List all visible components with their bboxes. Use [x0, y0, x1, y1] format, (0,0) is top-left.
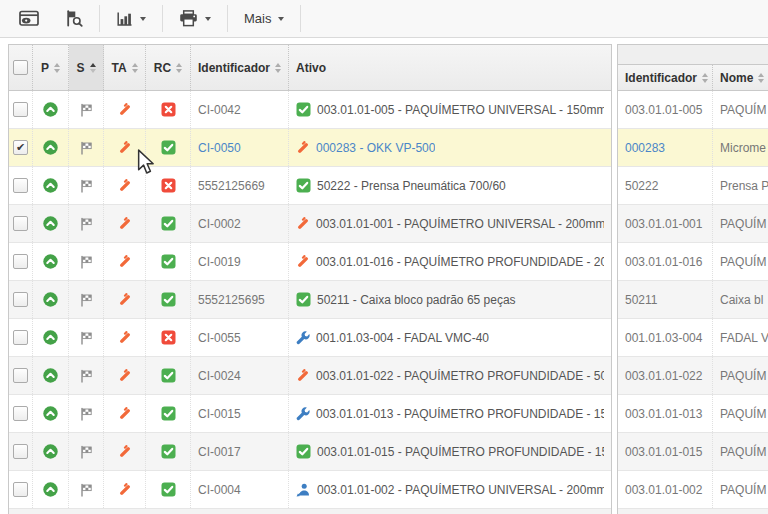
table-row[interactable]: 555212566950222 - Prensa Pneumática 700/…	[9, 167, 611, 205]
column-header-ativo[interactable]: Ativo	[289, 45, 611, 90]
table-row[interactable]: ✔CI-0050000283 - OKK VP-500	[9, 129, 611, 167]
ativo-status-icon	[296, 292, 311, 307]
ta-cell	[104, 205, 146, 242]
rc-cell	[146, 395, 191, 432]
ativo-text: 003.01.01-001 - PAQUÍMETRO UNIVERSAL - 2…	[316, 217, 604, 231]
table-row[interactable]: CI-0055001.01.03-004 - FADAL VMC-40	[9, 319, 611, 357]
row-checkbox[interactable]	[13, 254, 28, 269]
status-cell	[69, 471, 104, 508]
row-checkbox[interactable]	[13, 178, 28, 193]
side-identifier-cell: 003.01.01-015	[618, 433, 713, 470]
priority-up-icon	[43, 216, 58, 231]
side-table-row[interactable]: 003.01.01-015PAQUÍM	[618, 433, 768, 471]
ativo-status-icon	[296, 141, 310, 155]
row-checkbox[interactable]: ✔	[13, 140, 28, 155]
row-select-cell	[9, 471, 33, 508]
side-identifier-cell: 003.01.01-002	[618, 471, 713, 508]
print-button[interactable]	[166, 3, 224, 34]
table-row[interactable]: CI-0019003.01.01-016 - PAQUÍMETRO PROFUN…	[9, 243, 611, 281]
column-label: Ativo	[296, 61, 326, 75]
rc-error-icon	[161, 330, 176, 345]
chevron-down-icon	[140, 17, 146, 21]
chevron-down-icon	[205, 17, 211, 21]
priority-cell	[33, 395, 69, 432]
side-table-row[interactable]: 000283Microme	[618, 129, 768, 167]
sort-indicator	[132, 63, 138, 73]
row-checkbox[interactable]	[13, 444, 28, 459]
select-all-checkbox[interactable]	[13, 60, 28, 75]
checkered-flag-icon	[79, 445, 93, 459]
charts-button[interactable]	[103, 4, 159, 34]
table-area: P S TA RC Identificador	[8, 44, 768, 514]
table-row[interactable]: CI-0024003.01.01-022 - PAQUÍMETRO PROFUN…	[9, 357, 611, 395]
nome-text: Microme	[720, 141, 766, 155]
tool-icon	[118, 141, 132, 155]
row-checkbox[interactable]	[13, 292, 28, 307]
column-header-identificador[interactable]: Identificador	[191, 45, 289, 90]
ativo-text[interactable]: 000283 - OKK VP-500	[316, 141, 435, 155]
more-button[interactable]: Mais	[231, 4, 297, 33]
nome-text: PAQUÍM	[720, 445, 766, 459]
tool-icon	[118, 369, 132, 383]
side-identifier-text[interactable]: 000283	[625, 141, 665, 155]
preview-button[interactable]	[6, 3, 52, 34]
side-table-row[interactable]: 003.01.01-013PAQUÍM	[618, 395, 768, 433]
side-table-row[interactable]: 50222Prensa P	[618, 167, 768, 205]
priority-up-icon	[43, 482, 58, 497]
table-row[interactable]: CI-0004003.01.01-002 - PAQUÍMETRO UNIVER…	[9, 471, 611, 509]
side-table-row[interactable]: 003.01.01-022PAQUÍM	[618, 357, 768, 395]
ativo-status-icon	[296, 444, 311, 459]
column-header-p[interactable]: P	[33, 45, 69, 90]
priority-cell	[33, 357, 69, 394]
table-row[interactable]: CI-0017003.01.01-015 - PAQUÍMETRO PROFUN…	[9, 433, 611, 471]
priority-cell	[33, 433, 69, 470]
side-table-row[interactable]: 003.01.01-016PAQUÍM	[618, 243, 768, 281]
nome-text: Caixa bl	[720, 293, 763, 307]
row-checkbox[interactable]	[13, 482, 28, 497]
tool-icon	[118, 255, 132, 269]
side-table-row[interactable]: 001.01.03-004FADAL V	[618, 319, 768, 357]
row-select-cell	[9, 319, 33, 356]
side-table-row[interactable]: 50211Caixa bl	[618, 281, 768, 319]
table-row[interactable]: CI-0002003.01.01-001 - PAQUÍMETRO UNIVER…	[9, 205, 611, 243]
rc-cell	[146, 281, 191, 318]
bar-chart-icon	[116, 11, 133, 27]
identifier-text: 5552125695	[198, 293, 265, 307]
priority-up-icon	[43, 254, 58, 269]
identifier-text[interactable]: CI-0050	[198, 141, 241, 155]
column-header-rc[interactable]: RC	[146, 45, 191, 90]
table-row[interactable]: CI-0015003.01.01-013 - PAQUÍMETRO PROFUN…	[9, 395, 611, 433]
table-row[interactable]: 555212569550211 - Caixa bloco padrão 65 …	[9, 281, 611, 319]
row-checkbox[interactable]	[13, 216, 28, 231]
search-button[interactable]	[52, 3, 96, 34]
side-table-row[interactable]: 003.01.01-005PAQUÍM	[618, 91, 768, 129]
ta-cell	[104, 319, 146, 356]
checkered-flag-icon	[79, 293, 93, 307]
priority-cell	[33, 471, 69, 508]
nome-cell: FADAL V	[713, 319, 768, 356]
column-header-nome[interactable]: Nome	[713, 65, 768, 90]
identifier-cell: CI-0050	[191, 129, 289, 166]
nome-text: Prensa P	[720, 179, 768, 193]
column-label: S	[76, 61, 84, 75]
row-checkbox[interactable]	[13, 406, 28, 421]
table-row[interactable]: CI-0042003.01.01-005 - PAQUÍMETRO UNIVER…	[9, 91, 611, 129]
column-header-s[interactable]: S	[69, 45, 104, 90]
column-header-side-identificador[interactable]: Identificador	[618, 65, 713, 90]
ativo-cell: 003.01.01-022 - PAQUÍMETRO PROFUNDIDADE …	[289, 357, 611, 394]
row-checkbox[interactable]	[13, 330, 28, 345]
side-identifier-cell: 003.01.01-022	[618, 357, 713, 394]
column-header-ta[interactable]: TA	[104, 45, 146, 90]
row-checkbox[interactable]	[13, 368, 28, 383]
side-table-row[interactable]: 003.01.01-002PAQUÍM	[618, 471, 768, 509]
row-select-cell	[9, 91, 33, 128]
side-table-row[interactable]: 003.01.01-001PAQUÍM	[618, 205, 768, 243]
identifier-text: CI-0004	[198, 483, 241, 497]
ativo-status-icon	[296, 102, 311, 117]
side-identifier-text: 003.01.01-015	[625, 445, 702, 459]
identifier-cell: CI-0055	[191, 319, 289, 356]
side-identifier-cell: 003.01.01-013	[618, 395, 713, 432]
row-checkbox[interactable]	[13, 102, 28, 117]
ativo-cell: 50211 - Caixa bloco padrão 65 peças	[289, 281, 611, 318]
tool-icon	[118, 445, 132, 459]
